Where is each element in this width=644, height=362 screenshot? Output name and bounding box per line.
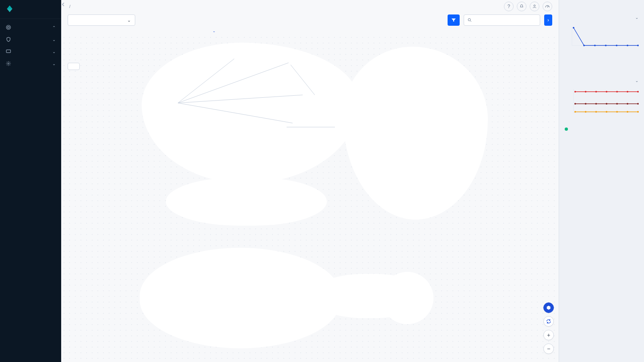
svg-line-5 bbox=[547, 6, 548, 7]
svg-point-32 bbox=[637, 91, 639, 93]
search-submit-button[interactable]: › bbox=[544, 14, 552, 26]
chevron-up-icon: ⌃ bbox=[52, 25, 56, 30]
gauge-icon bbox=[545, 4, 550, 9]
hex-icon bbox=[546, 305, 551, 310]
svg-point-21 bbox=[616, 45, 617, 46]
svg-point-44 bbox=[616, 111, 618, 113]
nav-manage[interactable]: ⌄ bbox=[0, 58, 61, 70]
svg-point-38 bbox=[627, 103, 628, 105]
radar-icon bbox=[6, 25, 11, 30]
info-button[interactable] bbox=[543, 302, 554, 313]
shield-icon bbox=[6, 37, 11, 42]
svg-point-42 bbox=[595, 111, 597, 113]
incidents-chart bbox=[565, 23, 638, 52]
monitor-icon bbox=[6, 49, 11, 54]
bell-icon bbox=[519, 4, 524, 9]
chevron-down-icon: ⌄ bbox=[127, 18, 131, 23]
svg-point-6 bbox=[468, 19, 471, 21]
account-button[interactable] bbox=[530, 2, 539, 11]
refresh-icon bbox=[546, 319, 551, 324]
svg-point-29 bbox=[606, 91, 607, 93]
svg-marker-14 bbox=[547, 306, 551, 310]
nav-radars[interactable]: ⌃ bbox=[0, 21, 61, 33]
refresh-button[interactable] bbox=[543, 316, 554, 327]
funnel-icon bbox=[451, 17, 456, 23]
brand-logo bbox=[0, 0, 61, 19]
svg-point-46 bbox=[637, 111, 639, 113]
svg-point-20 bbox=[605, 45, 607, 46]
svg-point-36 bbox=[606, 103, 607, 105]
svg-point-0 bbox=[6, 25, 11, 30]
cluster-incident bbox=[343, 47, 488, 220]
svg-point-22 bbox=[627, 45, 628, 46]
right-panel: ⌄ ⌄ bbox=[559, 0, 644, 362]
svg-point-23 bbox=[637, 45, 639, 46]
zoom-out-button[interactable]: − bbox=[543, 343, 554, 354]
help-button[interactable]: ? bbox=[504, 2, 514, 11]
chevron-down-icon: ⌄ bbox=[52, 37, 56, 42]
svg-point-33 bbox=[574, 103, 576, 105]
notifications-button[interactable] bbox=[517, 2, 526, 11]
svg-point-1 bbox=[8, 27, 10, 29]
canvas-actions: + − bbox=[543, 302, 554, 354]
user-icon bbox=[532, 4, 537, 9]
search-input[interactable] bbox=[475, 18, 537, 23]
svg-point-45 bbox=[627, 111, 628, 113]
cluster-dvwa-2 bbox=[381, 272, 433, 324]
svg-point-40 bbox=[574, 111, 576, 113]
svg-point-34 bbox=[585, 103, 586, 105]
filter-button[interactable] bbox=[448, 14, 460, 26]
svg-point-27 bbox=[585, 91, 586, 93]
svg-line-7 bbox=[471, 21, 472, 22]
chevron-left-icon bbox=[61, 2, 65, 6]
svg-point-4 bbox=[534, 5, 535, 6]
radar-canvas[interactable]: + − bbox=[61, 35, 559, 362]
chevron-down-icon: ⌄ bbox=[213, 29, 216, 33]
cluster-infra-2 bbox=[166, 177, 327, 226]
sidebar: ⌃ ⌄ ⌄ ⌄ bbox=[0, 0, 61, 362]
svg-point-18 bbox=[583, 45, 585, 46]
color-by-dropdown[interactable]: ⌄ bbox=[68, 14, 135, 26]
status-dot-icon bbox=[565, 128, 568, 131]
chevron-down-icon: ⌄ bbox=[52, 62, 56, 66]
svg-point-35 bbox=[595, 103, 597, 105]
svg-point-31 bbox=[627, 91, 628, 93]
search-icon bbox=[467, 18, 472, 23]
nav-monitor[interactable]: ⌄ bbox=[0, 45, 61, 58]
stream-status bbox=[565, 126, 638, 131]
collapse-sidebar-button[interactable] bbox=[61, 1, 65, 8]
cluster-infra bbox=[142, 43, 359, 183]
svg-point-19 bbox=[594, 45, 596, 46]
compliance-range-dropdown[interactable]: ⌄ bbox=[634, 78, 638, 83]
scan-status-button[interactable] bbox=[543, 2, 552, 11]
nav-defend[interactable]: ⌄ bbox=[0, 33, 61, 45]
main: / ? ⌄ › ⌄ bbox=[61, 0, 559, 362]
incidents-range-dropdown[interactable]: ⌄ bbox=[565, 15, 638, 20]
svg-point-37 bbox=[616, 103, 618, 105]
chevron-down-icon: ⌄ bbox=[52, 49, 56, 54]
chevron-down-icon: ⌄ bbox=[635, 15, 638, 20]
svg-point-3 bbox=[8, 63, 9, 64]
chevron-down-icon: ⌄ bbox=[635, 78, 638, 83]
svg-point-39 bbox=[637, 103, 639, 105]
search-box[interactable] bbox=[464, 14, 540, 26]
gear-icon bbox=[6, 61, 11, 66]
svg-point-43 bbox=[606, 111, 607, 113]
breadcrumb: / bbox=[68, 4, 72, 9]
cloud-logo-icon bbox=[6, 5, 14, 13]
compliance-chart bbox=[565, 86, 638, 121]
demo-build-chip[interactable] bbox=[68, 63, 80, 70]
svg-point-28 bbox=[595, 91, 597, 93]
svg-point-17 bbox=[573, 27, 574, 29]
svg-point-26 bbox=[574, 91, 576, 93]
svg-rect-2 bbox=[6, 50, 11, 53]
svg-point-30 bbox=[616, 91, 618, 93]
zoom-in-button[interactable]: + bbox=[543, 330, 554, 340]
svg-point-41 bbox=[585, 111, 586, 113]
